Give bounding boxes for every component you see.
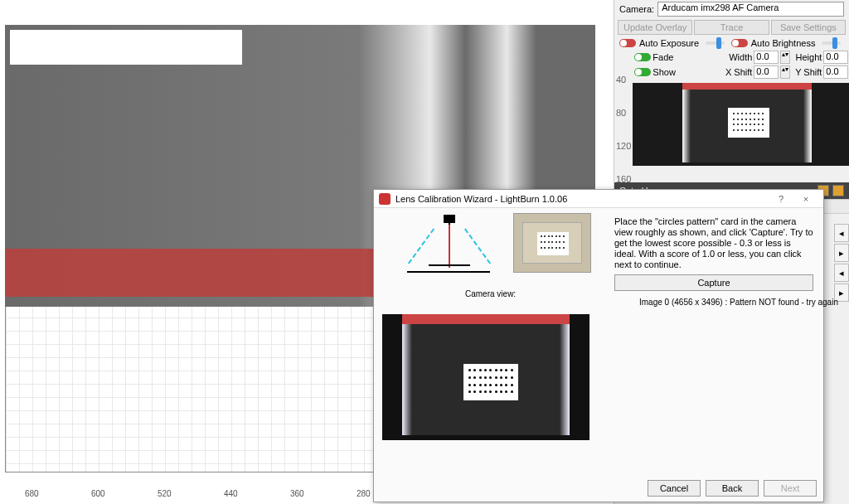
yshift-input[interactable]: 0.0 (823, 65, 848, 79)
close-button[interactable]: × (793, 194, 818, 204)
diagram-camera-icon (444, 215, 455, 223)
side-tick: 120 (616, 141, 631, 174)
show-label: Show (653, 67, 720, 77)
xshift-input[interactable]: 0.0 (754, 65, 779, 79)
camera-select[interactable]: Arducam imx298 AF Camera (657, 2, 844, 17)
preview-pattern-card (463, 364, 518, 400)
camera-diagram (399, 213, 498, 279)
xshift-label: X Shift (722, 67, 752, 77)
overlay-white-panel (10, 30, 242, 65)
preview-pattern-card (728, 108, 769, 138)
camera-view-label: Camera view: (465, 289, 516, 298)
auto-exposure-label: Auto Exposure (639, 38, 699, 48)
side-tick: 40 (616, 75, 631, 108)
ruler-tick: 280 (357, 489, 371, 498)
xshift-spinner[interactable]: ▴▾ (780, 65, 790, 79)
capture-status: Image 0 (4656 x 3496) : Pattern NOT foun… (614, 298, 849, 307)
side-tick: 80 (616, 108, 631, 141)
height-input[interactable]: 0.0 (823, 51, 848, 64)
yshift-label: Y Shift (792, 67, 822, 77)
help-button[interactable]: ? (769, 194, 793, 204)
width-spinner[interactable]: ▴▾ (780, 51, 790, 64)
width-input[interactable]: 0.0 (754, 51, 779, 64)
scroll-left-icon[interactable]: ◂ (834, 264, 849, 282)
dialog-camera-preview (382, 314, 589, 440)
auto-brightness-toggle[interactable] (731, 39, 748, 47)
ruler-tick: 600 (91, 489, 105, 498)
ruler-tick: 520 (158, 489, 172, 498)
ruler-tick: 440 (224, 489, 238, 498)
app-icon (379, 193, 391, 205)
trace-button[interactable]: Trace (694, 20, 769, 35)
next-button[interactable]: Next (764, 480, 817, 497)
camera-label: Camera: (619, 4, 654, 14)
ruler-tick: 360 (290, 489, 304, 498)
cancel-button[interactable]: Cancel (648, 480, 701, 497)
scroll-left-icon[interactable]: ◂ (834, 224, 849, 242)
scroll-right-icon[interactable]: ▸ (834, 244, 849, 262)
ruler-tick: 680 (25, 489, 39, 498)
sample-placement-image (513, 213, 591, 273)
save-settings-button[interactable]: Save Settings (771, 20, 846, 35)
auto-exposure-toggle[interactable] (619, 39, 636, 47)
instructions-text: Place the "circles pattern" card in the … (614, 216, 813, 269)
dialog-titlebar[interactable]: Lens Calibration Wizard - LightBurn 1.0.… (374, 190, 823, 208)
fade-toggle[interactable] (634, 53, 651, 61)
camera-preview (633, 83, 849, 166)
capture-button[interactable]: Capture (614, 274, 813, 291)
lens-calibration-dialog: Lens Calibration Wizard - LightBurn 1.0.… (373, 189, 824, 502)
update-overlay-button[interactable]: Update Overlay (618, 20, 692, 35)
side-scroll-buttons: ◂ ▸ ◂ ▸ (834, 224, 849, 303)
height-label: Height (792, 52, 822, 62)
brightness-slider[interactable] (822, 41, 841, 45)
exposure-slider[interactable] (706, 41, 725, 45)
fade-label: Fade (653, 52, 720, 62)
auto-brightness-label: Auto Brightness (751, 38, 816, 48)
show-toggle[interactable] (634, 68, 651, 76)
width-label: Width (722, 52, 752, 62)
dialog-title: Lens Calibration Wizard - LightBurn 1.0.… (395, 194, 567, 204)
back-button[interactable]: Back (706, 480, 759, 497)
panel-close-icon[interactable] (832, 185, 844, 196)
